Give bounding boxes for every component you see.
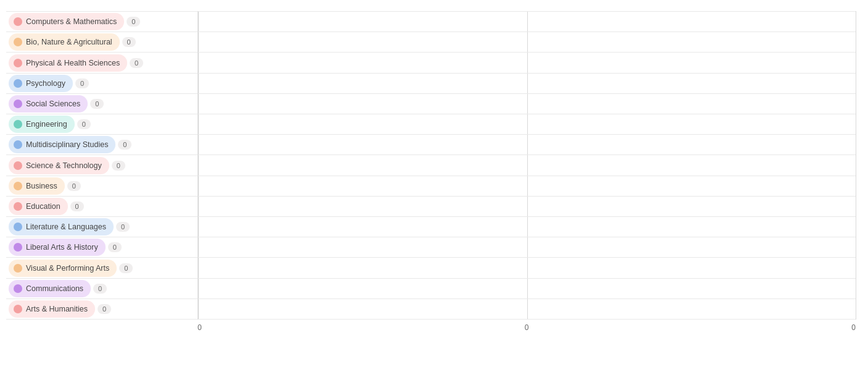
bar-row-arts: [198, 299, 856, 320]
pill-social: Social Sciences0: [9, 95, 88, 112]
dot-visual: [14, 264, 22, 273]
label-text-liberal: Liberal Arts & History: [26, 243, 98, 252]
label-row-computers: Computers & Mathematics0: [6, 11, 198, 32]
label-row-business: Business0: [6, 176, 198, 197]
bar-row-physical: [198, 53, 856, 73]
bar-area: [198, 11, 856, 320]
pill-business: Business0: [9, 177, 65, 195]
x-tick-1: 0: [525, 323, 529, 332]
value-badge-communications: 0: [93, 284, 107, 294]
pill-bio: Bio, Nature & Agricultural0: [9, 33, 120, 51]
pill-psychology: Psychology0: [9, 75, 73, 92]
label-row-education: Education0: [6, 197, 198, 217]
value-badge-business: 0: [67, 181, 81, 191]
value-badge-social: 0: [90, 99, 104, 109]
dot-psychology: [14, 79, 22, 88]
label-row-bio: Bio, Nature & Agricultural0: [6, 32, 198, 53]
dot-science: [14, 161, 22, 170]
dot-computers: [14, 17, 22, 26]
label-row-science: Science & Technology0: [6, 155, 198, 176]
pill-visual: Visual & Performing Arts0: [9, 260, 117, 277]
bar-row-education: [198, 197, 856, 217]
label-row-psychology: Psychology0: [6, 74, 198, 94]
label-text-education: Education: [26, 202, 61, 211]
dot-multi: [14, 140, 22, 149]
label-text-arts: Arts & Humanities: [26, 305, 88, 313]
label-text-science: Science & Technology: [26, 161, 102, 170]
bar-row-communications: [198, 279, 856, 299]
label-text-visual: Visual & Performing Arts: [26, 264, 109, 273]
bar-row-business: [198, 176, 856, 197]
bar-row-bio: [198, 32, 856, 53]
chart-container: Computers & Mathematics0Bio, Nature & Ag…: [0, 0, 868, 390]
x-tick-2: 0: [851, 323, 856, 332]
value-badge-education: 0: [70, 201, 84, 211]
label-row-engineering: Engineering0: [6, 114, 198, 135]
bar-row-literature: [198, 217, 856, 237]
label-row-communications: Communications0: [6, 279, 198, 299]
label-row-physical: Physical & Health Sciences0: [6, 53, 198, 73]
label-text-engineering: Engineering: [26, 120, 67, 129]
pill-literature: Literature & Languages0: [9, 218, 114, 235]
value-badge-visual: 0: [119, 263, 133, 273]
dot-business: [14, 182, 22, 190]
label-text-computers: Computers & Mathematics: [26, 17, 117, 26]
x-axis-section: 0 0 0: [6, 321, 856, 334]
value-badge-engineering: 0: [77, 119, 91, 129]
dot-bio: [14, 38, 22, 46]
dot-literature: [14, 223, 22, 231]
bar-row-visual: [198, 258, 856, 278]
pill-science: Science & Technology0: [9, 157, 109, 174]
dot-education: [14, 202, 22, 211]
value-badge-arts: 0: [98, 304, 111, 314]
bar-row-engineering: [198, 114, 856, 135]
value-badge-science: 0: [112, 161, 125, 171]
label-text-psychology: Psychology: [26, 79, 65, 88]
value-badge-literature: 0: [116, 222, 130, 232]
pill-liberal: Liberal Arts & History0: [9, 239, 106, 256]
label-text-multi: Multidisciplinary Studies: [26, 140, 108, 149]
pill-computers: Computers & Mathematics0: [9, 13, 124, 30]
pill-multi: Multidisciplinary Studies0: [9, 136, 115, 153]
bar-row-psychology: [198, 74, 856, 94]
label-row-visual: Visual & Performing Arts0: [6, 258, 198, 278]
bar-row-multi: [198, 135, 856, 155]
label-row-liberal: Liberal Arts & History0: [6, 237, 198, 258]
value-badge-psychology: 0: [75, 78, 89, 88]
chart-body: Computers & Mathematics0Bio, Nature & Ag…: [6, 11, 856, 320]
label-row-arts: Arts & Humanities0: [6, 299, 198, 320]
label-row-multi: Multidisciplinary Studies0: [6, 135, 198, 155]
label-text-physical: Physical & Health Sciences: [26, 59, 120, 67]
dot-arts: [14, 305, 22, 313]
dot-physical: [14, 59, 22, 67]
label-text-communications: Communications: [26, 284, 83, 293]
value-badge-bio: 0: [122, 37, 136, 47]
value-badge-computers: 0: [127, 17, 140, 27]
label-text-social: Social Sciences: [26, 100, 80, 108]
value-badge-physical: 0: [130, 58, 143, 68]
label-text-literature: Literature & Languages: [26, 223, 106, 231]
y-axis: Computers & Mathematics0Bio, Nature & Ag…: [6, 11, 198, 320]
dot-liberal: [14, 243, 22, 252]
bar-row-liberal: [198, 237, 856, 258]
dot-engineering: [14, 120, 22, 129]
bar-row-social: [198, 94, 856, 114]
pill-engineering: Engineering0: [9, 116, 75, 133]
label-row-literature: Literature & Languages0: [6, 217, 198, 237]
pill-arts: Arts & Humanities0: [9, 300, 95, 318]
bar-row-computers: [198, 11, 856, 32]
label-row-social: Social Sciences0: [6, 94, 198, 114]
pill-education: Education0: [9, 198, 68, 215]
value-badge-multi: 0: [118, 140, 131, 150]
dot-social: [14, 100, 22, 108]
label-text-business: Business: [26, 182, 57, 190]
bar-row-science: [198, 155, 856, 176]
x-tick-0: 0: [198, 323, 202, 332]
x-axis-row: 0 0 0: [198, 321, 856, 334]
pill-physical: Physical & Health Sciences0: [9, 54, 127, 72]
dot-communications: [14, 284, 22, 293]
label-text-bio: Bio, Nature & Agricultural: [26, 38, 112, 46]
pill-communications: Communications0: [9, 280, 91, 297]
value-badge-liberal: 0: [108, 242, 122, 252]
